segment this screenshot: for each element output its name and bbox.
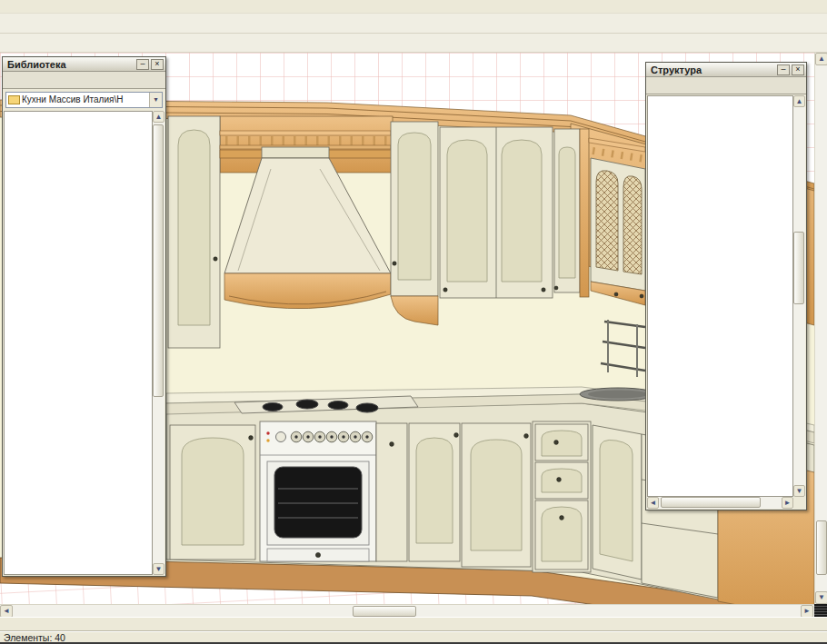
tree-hscroll-thumb[interactable] bbox=[661, 497, 761, 508]
library-title: Библиотека bbox=[7, 59, 135, 70]
menu-bar bbox=[0, 0, 827, 14]
library-close-button[interactable]: × bbox=[151, 59, 164, 70]
folder-icon bbox=[8, 95, 20, 104]
scroll-up-button[interactable]: ▲ bbox=[153, 111, 164, 123]
viewport-hscrollbar[interactable]: ◄ ► bbox=[0, 604, 827, 617]
status-bar: Элементы: 40 bbox=[0, 630, 827, 644]
scroll-down-button[interactable]: ▼ bbox=[153, 563, 164, 575]
library-titlebar[interactable]: Библиотека – × bbox=[3, 57, 165, 72]
resize-grip[interactable] bbox=[814, 604, 827, 617]
tree-vscrollbar[interactable]: ▲ ▼ bbox=[793, 95, 805, 497]
oven bbox=[260, 421, 376, 561]
toolbar-main bbox=[0, 14, 827, 34]
scroll-up-button[interactable]: ▲ bbox=[815, 53, 827, 65]
library-path: Кухни Массив Италия\Н bbox=[22, 94, 149, 104]
library-item-list bbox=[4, 111, 153, 575]
structure-panel: Структура – × ▲ ▼ ◄ ► bbox=[645, 62, 807, 510]
scroll-right-button[interactable]: ► bbox=[801, 605, 813, 618]
structure-title: Структура bbox=[651, 64, 775, 75]
structure-titlebar[interactable]: Структура – × bbox=[646, 63, 806, 77]
combo-dropdown-icon[interactable]: ▾ bbox=[149, 93, 162, 107]
scroll-down-button[interactable]: ▼ bbox=[815, 591, 827, 604]
scroll-right-button[interactable]: ► bbox=[782, 497, 793, 509]
scroll-left-button[interactable]: ◄ bbox=[647, 497, 659, 509]
library-toolbar: Кухни Массив Италия\Н ▾ bbox=[3, 89, 165, 110]
library-scroll-thumb[interactable] bbox=[153, 124, 164, 397]
structure-close-button[interactable]: × bbox=[792, 64, 804, 75]
project-tree bbox=[647, 95, 793, 497]
scroll-down-button[interactable]: ▼ bbox=[793, 485, 805, 497]
library-tabs bbox=[3, 72, 165, 89]
library-minimize-button[interactable]: – bbox=[136, 59, 149, 70]
toolbar-edit bbox=[0, 34, 827, 53]
hscroll-thumb[interactable] bbox=[353, 606, 416, 617]
library-path-combo[interactable]: Кухни Массив Италия\Н ▾ bbox=[5, 92, 163, 108]
view-tabs bbox=[0, 617, 827, 630]
viewport-vscrollbar[interactable]: ▲ ▼ bbox=[814, 53, 827, 604]
tree-scroll-thumb[interactable] bbox=[793, 232, 804, 304]
library-scrollbar[interactable]: ▲ ▼ bbox=[153, 111, 164, 575]
library-panel: Библиотека – × Кухни Массив Италия\Н ▾ ▲… bbox=[2, 56, 166, 577]
scroll-left-button[interactable]: ◄ bbox=[0, 605, 13, 618]
scroll-up-button[interactable]: ▲ bbox=[793, 95, 805, 107]
structure-minimize-button[interactable]: – bbox=[777, 64, 790, 75]
tree-hscrollbar[interactable]: ◄ ► bbox=[647, 497, 793, 509]
structure-tabs bbox=[646, 77, 806, 94]
vscroll-thumb[interactable] bbox=[816, 520, 827, 575]
